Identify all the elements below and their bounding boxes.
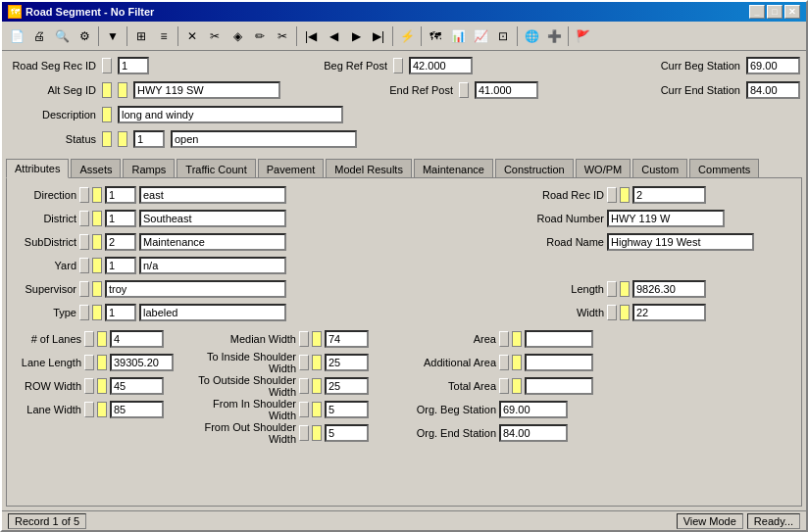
first-button[interactable]: |◀ (300, 25, 322, 47)
cut-button[interactable]: ✂ (204, 25, 226, 47)
lane-length-value[interactable] (110, 354, 174, 371)
num-lanes-ind2 (97, 331, 107, 347)
report-button[interactable]: 📊 (447, 25, 469, 47)
from-out-shoulder-value[interactable] (325, 424, 369, 442)
alt-seg-indicator (102, 82, 112, 98)
edit-button[interactable]: ✏ (249, 25, 271, 47)
lane-width-label: Lane Width (13, 404, 81, 415)
status-value-field[interactable] (171, 130, 357, 148)
org-beg-station-row: Org. Beg Station (408, 399, 795, 419)
area-value[interactable] (525, 330, 593, 348)
org-beg-station-value[interactable] (499, 401, 568, 418)
row-width-ind (84, 378, 94, 394)
subdistrict-num[interactable] (105, 233, 136, 251)
road-rec-ind (607, 187, 617, 203)
median-width-value[interactable] (325, 330, 369, 348)
new-button[interactable]: 📄 (6, 25, 27, 47)
subdistrict-ind2 (92, 234, 102, 250)
direction-num[interactable] (105, 186, 136, 204)
tab-comments[interactable]: Comments (689, 159, 759, 178)
chart-button[interactable]: 📈 (470, 25, 491, 47)
direction-value[interactable] (139, 186, 286, 204)
filter-button[interactable]: ▼ (102, 25, 124, 47)
tab-maintenance[interactable]: Maintenance (414, 159, 493, 178)
row-width-value[interactable] (110, 377, 164, 395)
tab-custom[interactable]: Custom (632, 159, 687, 178)
road-seg-rec-id-label: Road Seg Rec ID (8, 60, 96, 72)
tab-assets[interactable]: Assets (71, 159, 121, 178)
total-area-value[interactable] (525, 377, 593, 395)
curr-end-station-field[interactable] (746, 81, 800, 99)
district-num[interactable] (105, 210, 136, 227)
tab-wo-pm[interactable]: WO/PM (576, 159, 631, 178)
flag-button[interactable]: 🚩 (572, 25, 593, 47)
description-field[interactable] (118, 106, 343, 123)
tab-model-results[interactable]: Model Results (326, 159, 412, 178)
map-button[interactable]: 🗺 (425, 25, 446, 47)
width-value[interactable] (632, 304, 706, 321)
tab-attributes[interactable]: Attributes (6, 159, 69, 178)
org-end-station-value[interactable] (499, 424, 568, 442)
beg-ref-post-field[interactable] (409, 57, 473, 74)
maximize-button[interactable]: □ (767, 5, 783, 19)
subdistrict-value[interactable] (139, 233, 286, 251)
area-label: Area (408, 333, 496, 345)
to-inside-shoulder-value[interactable] (325, 354, 369, 371)
toolbar: 📄 🖨 🔍 ⚙ ▼ ⊞ ≡ ✕ ✂ ◈ ✏ ✂ |◀ ◀ ▶ ▶| ⚡ 🗺 📊 … (2, 22, 806, 51)
tab-pavement[interactable]: Pavement (258, 159, 325, 178)
add-button[interactable]: ➕ (543, 25, 565, 47)
tab-construction[interactable]: Construction (495, 159, 574, 178)
tab-traffic-count[interactable]: Traffic Count (177, 159, 255, 178)
additional-area-value[interactable] (525, 354, 593, 371)
alt-seg-id-field[interactable] (133, 81, 280, 99)
type-value[interactable] (139, 304, 286, 321)
export-button[interactable]: ⚡ (396, 25, 418, 47)
lane-length-label: Lane Length (13, 357, 81, 368)
subdistrict-row: SubDistrict (13, 231, 501, 252)
play-button[interactable]: ▶ (345, 25, 367, 47)
list-button[interactable]: ≡ (153, 25, 175, 47)
curr-beg-station-field[interactable] (746, 57, 800, 74)
road-number-value[interactable] (607, 210, 725, 227)
separator-8 (568, 26, 569, 46)
from-in-shoulder-value[interactable] (325, 401, 369, 418)
num-lanes-value[interactable] (110, 330, 164, 348)
length-value[interactable] (632, 280, 706, 298)
lane-width-ind2 (97, 402, 107, 417)
road-seg-rec-id-field[interactable] (118, 57, 149, 74)
minimize-button[interactable]: _ (749, 5, 765, 19)
to-outside-shoulder-value[interactable] (325, 377, 369, 395)
yard-ind2 (92, 258, 102, 273)
table-button[interactable]: ⊡ (492, 25, 514, 47)
lane-width-value[interactable] (110, 401, 164, 418)
print-button[interactable]: 🖨 (28, 25, 50, 47)
prev-button[interactable]: ◀ (323, 25, 344, 47)
district-value[interactable] (139, 210, 286, 227)
district-label: District (13, 213, 76, 224)
end-ref-post-field[interactable] (475, 81, 538, 99)
road-name-value[interactable] (607, 233, 754, 251)
layers-button[interactable]: ◈ (227, 25, 248, 47)
yard-value[interactable] (139, 257, 286, 274)
search-button[interactable]: 🔍 (51, 25, 73, 47)
end-ref-post-label: End Ref Post (379, 84, 453, 96)
total-area-ind2 (512, 378, 522, 394)
yard-num[interactable] (105, 257, 136, 274)
settings-button[interactable]: ⚙ (74, 25, 95, 47)
status-num-field[interactable] (133, 130, 165, 148)
delete-button[interactable]: ✕ (181, 25, 203, 47)
globe-button[interactable]: 🌐 (521, 25, 542, 47)
supervisor-value[interactable] (105, 280, 286, 298)
end-ref-indicator (459, 82, 469, 98)
grid-button[interactable]: ⊞ (130, 25, 152, 47)
type-num[interactable] (105, 304, 136, 321)
district-ind2 (92, 211, 102, 226)
area-ind (499, 331, 509, 347)
close-button[interactable]: ✕ (784, 5, 800, 19)
scissors-button[interactable]: ✂ (272, 25, 293, 47)
to-inside-shoulder-row: To Inside Shoulder Width (188, 352, 404, 372)
tab-ramps[interactable]: Ramps (123, 159, 175, 178)
tabs-container: Attributes Assets Ramps Traffic Count Pa… (2, 154, 806, 510)
road-rec-id-value[interactable] (632, 186, 706, 204)
next-button[interactable]: ▶| (368, 25, 389, 47)
